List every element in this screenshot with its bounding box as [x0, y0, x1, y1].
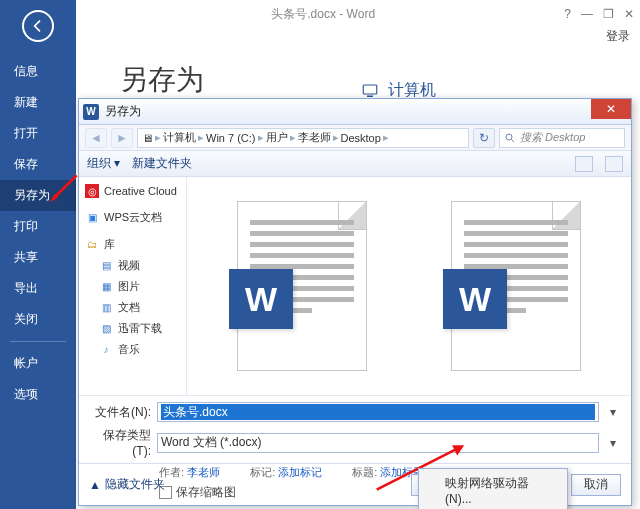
organize-button[interactable]: 组织 ▾ [87, 155, 120, 172]
cc-icon: ◎ [85, 184, 99, 198]
search-input[interactable]: 搜索 Desktop [499, 128, 625, 148]
title-bar: 头条号.docx - Word ? — ❐ ✕ 登录 [76, 0, 640, 28]
nav-back-button[interactable]: ◄ [85, 128, 107, 148]
tree-pictures[interactable]: ▦图片 [81, 276, 184, 297]
wps-icon: ▣ [85, 211, 99, 225]
bs-item-new[interactable]: 新建 [0, 87, 76, 118]
savetype-label: 保存类型(T): [89, 427, 151, 458]
bs-item-open[interactable]: 打开 [0, 118, 76, 149]
library-icon: 🗂 [85, 238, 99, 252]
help-button[interactable] [605, 156, 623, 172]
newfolder-button[interactable]: 新建文件夹 [132, 155, 192, 172]
bs-item-print[interactable]: 打印 [0, 211, 76, 242]
music-icon: ♪ [99, 343, 113, 357]
filename-dd[interactable]: ▾ [605, 405, 621, 419]
breadcrumb[interactable]: 🖥 ▸计算机 ▸Win 7 (C:) ▸用户 ▸李老师 ▸Desktop ▸ [137, 128, 469, 148]
backstage-sidebar: 信息 新建 打开 保存 另存为 打印 共享 导出 关闭 帐户 选项 [0, 0, 76, 509]
nav-fwd-button[interactable]: ► [111, 128, 133, 148]
tree-xunlei[interactable]: ▧迅雷下载 [81, 318, 184, 339]
tools-menu-map[interactable]: 映射网络驱动器(N)... [421, 471, 565, 509]
doc-title: 头条号.docx - Word [82, 6, 564, 23]
svg-point-2 [506, 134, 512, 140]
nav-bar: ◄ ► 🖥 ▸计算机 ▸Win 7 (C:) ▸用户 ▸李老师 ▸Desktop… [79, 125, 631, 151]
file-thumb[interactable]: W [237, 201, 367, 371]
bs-item-export[interactable]: 导出 [0, 273, 76, 304]
download-icon: ▧ [99, 322, 113, 336]
back-button[interactable] [22, 10, 54, 42]
word-badge-icon: W [229, 269, 293, 329]
close-icon[interactable]: ✕ [624, 7, 634, 21]
file-thumb[interactable]: W [451, 201, 581, 371]
tree-docs[interactable]: ▥文档 [81, 297, 184, 318]
hide-folders-toggle[interactable]: ▲ 隐藏文件夹 [89, 476, 165, 493]
window-controls: ? — ❐ ✕ [564, 7, 634, 21]
minimize-icon[interactable]: — [581, 7, 593, 21]
dialog-titlebar: W 另存为 ✕ [79, 99, 631, 125]
view-button[interactable] [575, 156, 593, 172]
refresh-button[interactable]: ↻ [473, 128, 495, 148]
word-badge-icon: W [443, 269, 507, 329]
saveas-dialog: W 另存为 ✕ ◄ ► 🖥 ▸计算机 ▸Win 7 (C:) ▸用户 ▸李老师 … [78, 98, 632, 506]
bc-seg[interactable]: 李老师 [298, 130, 331, 145]
cancel-button[interactable]: 取消 [571, 474, 621, 496]
folder-tree: ◎Creative Cloud ▣WPS云文档 🗂库 ▤视频 ▦图片 ▥文档 ▧… [79, 177, 187, 395]
filename-input[interactable] [157, 402, 599, 422]
pictures-icon: ▦ [99, 280, 113, 294]
bs-item-share[interactable]: 共享 [0, 242, 76, 273]
tree-music[interactable]: ♪音乐 [81, 339, 184, 360]
bs-item-options[interactable]: 选项 [0, 379, 76, 410]
word-icon: W [83, 104, 99, 120]
page-heading: 另存为 [120, 61, 204, 99]
tree-video[interactable]: ▤视频 [81, 255, 184, 276]
collapse-icon: ▲ [89, 478, 101, 492]
docs-icon: ▥ [99, 301, 113, 315]
svg-line-3 [512, 139, 515, 142]
bc-seg[interactable]: 计算机 [163, 130, 196, 145]
filename-label: 文件名(N): [89, 404, 151, 421]
bs-item-saveas[interactable]: 另存为 [0, 180, 76, 211]
tree-wps[interactable]: ▣WPS云文档 [81, 207, 184, 228]
bc-seg[interactable]: Desktop [341, 132, 381, 144]
bs-item-save[interactable]: 保存 [0, 149, 76, 180]
help-icon[interactable]: ? [564, 7, 571, 21]
video-icon: ▤ [99, 259, 113, 273]
bs-item-account[interactable]: 帐户 [0, 348, 76, 379]
file-area[interactable]: W W [187, 177, 631, 395]
computer-icon: 🖥 [142, 132, 153, 144]
tree-lib[interactable]: 🗂库 [81, 234, 184, 255]
dialog-title: 另存为 [105, 103, 141, 120]
svg-rect-1 [367, 95, 373, 97]
savetype-dd[interactable]: ▾ [605, 436, 621, 450]
dialog-close-button[interactable]: ✕ [591, 99, 631, 119]
dialog-toolbar: 组织 ▾ 新建文件夹 [79, 151, 631, 177]
bs-item-close[interactable]: 关闭 [0, 304, 76, 335]
bc-seg[interactable]: Win 7 (C:) [206, 132, 256, 144]
bs-item-info[interactable]: 信息 [0, 56, 76, 87]
bc-seg[interactable]: 用户 [266, 130, 288, 145]
divider [10, 341, 66, 342]
login-link[interactable]: 登录 [606, 28, 630, 45]
search-placeholder: 搜索 Desktop [520, 130, 585, 145]
restore-icon[interactable]: ❐ [603, 7, 614, 21]
savetype-select[interactable]: Word 文档 (*.docx) [157, 433, 599, 453]
tree-cc[interactable]: ◎Creative Cloud [81, 181, 184, 201]
tools-menu: 映射网络驱动器(N)... 保存选项(S)... 常规选项(G)... [418, 468, 568, 509]
svg-rect-0 [363, 85, 377, 94]
